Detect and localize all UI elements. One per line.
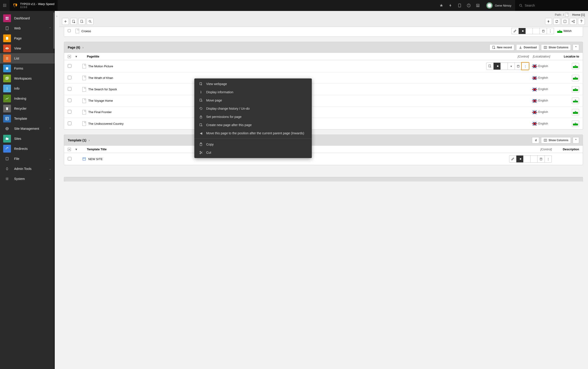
cm-display-info[interactable]: Display information (194, 88, 312, 96)
toggle-button[interactable] (493, 62, 501, 70)
col-pagetitle[interactable]: Pagetitle (82, 55, 483, 58)
list-icon[interactable] (476, 3, 480, 8)
bookmark-button[interactable] (562, 18, 568, 25)
row-title[interactable]: The Undiscovered Country (88, 122, 124, 125)
module-forms[interactable]: Forms (0, 63, 55, 73)
svg-rect-5 (5, 5, 6, 6)
collapse-panel-button[interactable]: ⌃ (573, 44, 579, 51)
row-title[interactable]: The Final Frontier (88, 110, 112, 114)
cm-cut[interactable]: Cut (194, 148, 312, 157)
row-title[interactable]: The Search for Spock (88, 88, 117, 91)
path-page[interactable]: Home [1] (572, 13, 585, 16)
module-info[interactable]: Info (0, 83, 55, 93)
module-recycler[interactable]: Recycler (0, 103, 55, 113)
row-checkbox[interactable] (68, 99, 71, 102)
module-indexing[interactable]: Indexing (0, 93, 55, 103)
search-input[interactable] (525, 4, 584, 7)
chevron-right-icon[interactable]: › (89, 138, 90, 142)
row-title[interactable]: The Motion Picture (88, 64, 113, 68)
module-workspaces[interactable]: Workspaces (0, 73, 55, 83)
help-icon[interactable]: ? (467, 3, 471, 8)
bolt-icon[interactable] (448, 3, 453, 8)
app-switcher[interactable] (0, 4, 10, 7)
search-block[interactable] (515, 0, 588, 11)
module-group-site-management[interactable]: Site Management ⌃ (0, 123, 55, 134)
localize-welsh-button[interactable] (572, 63, 579, 69)
module-group-system[interactable]: System ⌄ (0, 174, 55, 184)
module-list[interactable]: List (0, 53, 55, 63)
module-view[interactable]: View (0, 43, 55, 53)
cm-copy[interactable]: Copy (194, 140, 312, 148)
module-page[interactable]: Page (0, 33, 55, 43)
module-group-file[interactable]: File ⌄ (0, 154, 55, 164)
brand-block[interactable]: TYPO3 v11 - Warp Speed 11.5.0 (10, 0, 58, 11)
help-button[interactable]: ? (578, 18, 585, 25)
row-checkbox[interactable] (68, 157, 71, 161)
cm-view-webpage[interactable]: View webpage (194, 80, 312, 88)
more-button[interactable]: ⋮ (522, 62, 529, 70)
row-checkbox[interactable] (68, 64, 71, 68)
new-record-button[interactable] (62, 18, 69, 25)
delete-button[interactable] (540, 28, 547, 34)
delete-button[interactable] (515, 62, 522, 70)
module-group-web[interactable]: Web ⌃ (0, 23, 55, 33)
caret-down-icon[interactable]: ▾ (75, 148, 77, 151)
row-checkbox[interactable] (68, 122, 71, 125)
caret-down-icon[interactable]: ▾ (75, 55, 77, 58)
panel-template: Template (1) › d Show Columns ⌃ − ▾ Temp… (64, 134, 583, 165)
localize-welsh-button[interactable] (572, 120, 579, 127)
search-button[interactable] (87, 18, 93, 25)
module-template[interactable]: Template (0, 113, 55, 123)
edit-button[interactable] (509, 155, 516, 163)
module-dashboard[interactable]: Dashboard (0, 13, 55, 23)
cm-permissions[interactable]: Set permissions for page (194, 113, 312, 121)
view-page-button[interactable] (70, 18, 77, 25)
edit-page-button[interactable] (78, 18, 85, 25)
main-content[interactable]: Croeso ⋮ Welsh Pa (59, 27, 588, 369)
collapse-all-icon[interactable]: − (68, 55, 71, 58)
row-title[interactable]: Croeso (82, 30, 511, 33)
collapse-panel-button[interactable]: ⌃ (573, 137, 579, 144)
module-sites[interactable]: Sites (0, 134, 55, 144)
delete-button[interactable] (537, 155, 545, 163)
user-menu[interactable]: Gene Nimoy (483, 2, 515, 9)
module-menu[interactable]: Dashboard Web ⌃ Page View List Forms Wor… (0, 11, 55, 369)
chevron-right-icon[interactable]: › (82, 46, 83, 49)
cm-move-inwards[interactable]: ◀Move this page to the position after th… (194, 129, 312, 137)
localize-welsh-button[interactable] (572, 86, 579, 92)
module-redirects[interactable]: Redirects (0, 144, 55, 154)
edit-button[interactable] (511, 28, 519, 34)
collapse-handle[interactable]: › (55, 11, 59, 369)
localize-welsh-button[interactable] (572, 75, 579, 81)
more-button[interactable]: ⋮ (547, 28, 554, 34)
move-down-button[interactable]: ▾ (507, 62, 515, 70)
collapse-all-icon[interactable]: − (68, 148, 71, 151)
cache-button[interactable] (545, 18, 552, 25)
cm-create-after[interactable]: Create new page after this page (194, 121, 312, 129)
refresh-button[interactable] (553, 18, 560, 25)
toggle-button[interactable] (518, 28, 526, 34)
localize-welsh-button[interactable] (572, 98, 579, 104)
download-button[interactable]: d (532, 137, 539, 144)
row-checkbox[interactable] (68, 87, 71, 91)
row-checkbox[interactable] (68, 110, 71, 113)
edit-button[interactable] (486, 62, 494, 70)
download-button[interactable]: Download (516, 44, 539, 51)
cm-history[interactable]: Display change history / Un-do (194, 104, 312, 113)
share-button[interactable] (570, 18, 577, 25)
module-group-admin-tools[interactable]: Admin Tools ⌄ (0, 164, 55, 174)
row-title[interactable]: NEW SITE (88, 157, 103, 161)
show-columns-button[interactable]: Show Columns (541, 137, 571, 144)
document-icon[interactable] (457, 3, 462, 8)
toggle-button[interactable] (516, 155, 524, 163)
star-icon[interactable] (439, 3, 444, 8)
row-checkbox[interactable] (68, 29, 71, 32)
row-checkbox[interactable] (68, 76, 71, 79)
new-record-button[interactable]: New record (489, 44, 514, 51)
cm-move-page[interactable]: Move page (194, 96, 312, 104)
localize-welsh-button[interactable] (572, 109, 579, 115)
show-columns-button[interactable]: Show Columns (541, 44, 571, 51)
more-button[interactable]: ⋮ (545, 155, 552, 163)
row-title[interactable]: The Voyage Home (88, 99, 113, 102)
row-title[interactable]: The Wrath of Khan (88, 76, 113, 80)
